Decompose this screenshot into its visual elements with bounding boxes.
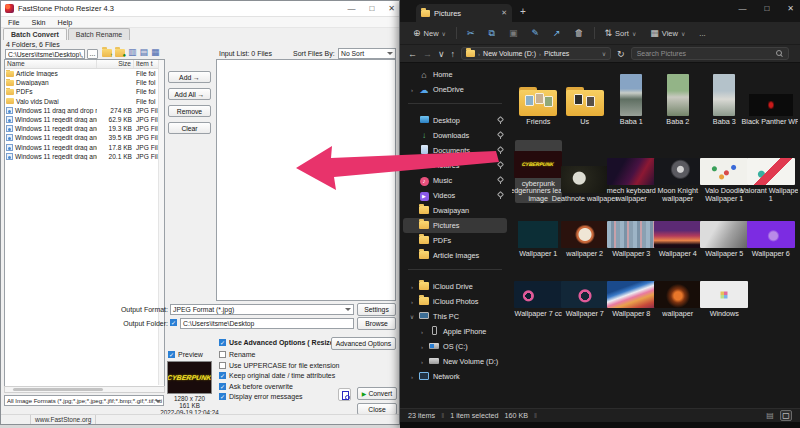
sidebar-item-dwaipayan[interactable]: Dwaipayan [403, 203, 507, 218]
share-button[interactable]: ↗ [546, 25, 568, 41]
menu-help[interactable]: Help [58, 18, 73, 27]
minimize-icon[interactable]: — [347, 4, 355, 13]
sidebar-item-home[interactable]: ⌂Home [403, 67, 507, 82]
tab-batch-rename[interactable]: Batch Rename [68, 28, 130, 40]
close-icon[interactable]: ✕ [388, 4, 395, 13]
settings-button[interactable]: Settings [357, 303, 396, 316]
advanced-options-checkbox[interactable]: ✓ [219, 339, 226, 346]
sidebar-item-documents[interactable]: Documents [403, 143, 507, 158]
sort-files-dropdown[interactable]: No Sort [338, 48, 396, 59]
new-tab-button[interactable]: + [520, 7, 526, 17]
output-folder-checkbox[interactable]: ✓ [170, 319, 177, 326]
option-rename[interactable]: Rename [219, 351, 340, 358]
checkbox[interactable] [219, 362, 226, 369]
close-icon[interactable]: ✕ [787, 4, 794, 13]
chevron-down-icon[interactable]: ∨ [409, 313, 415, 320]
minimize-icon[interactable]: — [738, 4, 746, 13]
tab-close-icon[interactable]: ✕ [501, 9, 507, 17]
folder-up-icon[interactable]: ↑ [102, 49, 112, 57]
sidebar-item-onedrive[interactable]: ›☁OneDrive [403, 82, 507, 97]
grid-item-baba-2[interactable]: Baba 2 [655, 64, 702, 126]
breadcrumb-folder[interactable]: Pictures [544, 50, 569, 57]
chevron-right-icon[interactable]: › [419, 344, 425, 350]
large-icons-view-toggle-icon[interactable]: ▢ [780, 410, 792, 421]
preview-checkbox[interactable]: ✓ [168, 351, 175, 358]
sort-button[interactable]: ⇅ Sort∨ [598, 25, 644, 41]
checkbox[interactable]: ✓ [219, 383, 226, 390]
sidebar-item-pictures[interactable]: Pictures [403, 218, 507, 233]
sidebar-item-music[interactable]: ♪Music [403, 173, 507, 188]
breadcrumb-drive[interactable]: New Volume (D:) [483, 50, 536, 57]
option-use-uppercase-for-file-extension[interactable]: Use UPPERCASE for file extension [219, 362, 340, 369]
history-chevron-icon[interactable]: ∨ [438, 49, 445, 59]
sidebar-item-network[interactable]: ›Network [403, 369, 507, 384]
file-row[interactable]: Windows 11 regedit drag and drop no...20… [5, 152, 164, 161]
maximize-icon[interactable]: □ [764, 4, 769, 13]
back-icon[interactable]: ← [408, 49, 417, 59]
file-list-vscrollbar[interactable] [158, 60, 164, 385]
sidebar-item-icloud-drive[interactable]: ›iCloud Drive [403, 279, 507, 294]
delete-button[interactable]: 🗑 [568, 25, 591, 41]
tab-batch-convert[interactable]: Batch Convert [3, 28, 67, 40]
add-button[interactable]: Add → [168, 71, 211, 83]
path-browse-button[interactable]: ... [87, 49, 98, 59]
new-button[interactable]: ⊕ New∨ [406, 25, 453, 41]
sidebar-item-pictures[interactable]: Pictures [403, 158, 507, 173]
sidebar-item-videos[interactable]: ▶Videos [403, 188, 507, 203]
thumbnail-view-icon[interactable]: ▦ [151, 48, 160, 57]
checkbox[interactable]: ✓ [219, 393, 226, 400]
option-keep-original-date-time-attributes[interactable]: ✓Keep original date / time attributes [219, 372, 340, 379]
add-all-button[interactable]: Add All → [168, 88, 211, 100]
sidebar-item-article-images[interactable]: Article Images [403, 248, 507, 263]
up-icon[interactable]: ↑ [451, 49, 456, 59]
option-display-error-messages[interactable]: ✓Display error messages [219, 393, 340, 400]
copy-button[interactable]: ⧉ [482, 25, 502, 41]
file-row[interactable]: Windows 11 regedit drag and drop no...17… [5, 143, 164, 152]
chevron-right-icon[interactable]: › [409, 284, 415, 290]
sidebar-item-new-volume-d[interactable]: ›New Volume (D:) [403, 354, 507, 369]
chevron-right-icon[interactable]: › [419, 329, 425, 335]
file-row[interactable]: Windows 11 regedit drag and drop no...19… [5, 124, 164, 133]
list-view-icon[interactable]: ▤ [140, 48, 149, 57]
checkbox[interactable] [219, 351, 226, 358]
address-bar[interactable]: › New Volume (D:) › Pictures ∨ [461, 47, 611, 60]
output-format-dropdown[interactable]: JPEG Format (*.jpg) [170, 304, 354, 315]
status-link[interactable]: www.FastStone.org [31, 415, 96, 424]
sidebar-item-apple-iphone[interactable]: ›Apple iPhone [403, 324, 507, 339]
rename-button[interactable]: ✎ [524, 25, 546, 41]
sidebar-item-icloud-photos[interactable]: ›iCloud Photos [403, 294, 507, 309]
file-row[interactable]: Valo vids DwaiFile fol [5, 97, 164, 106]
file-list-hscrollbar[interactable] [4, 386, 165, 393]
browse-button[interactable]: Browse [357, 317, 396, 330]
grid-item-windows[interactable]: Windows [701, 262, 748, 318]
view-button[interactable]: ▦ View∨ [643, 25, 692, 41]
sidebar-item-this-pc[interactable]: ∨This PC [403, 309, 507, 324]
output-folder-input[interactable]: C:\Users\itsme\Desktop [180, 318, 354, 329]
sidebar-item-downloads[interactable]: ↓Downloads [403, 128, 507, 143]
details-view-toggle-icon[interactable]: ▤ [764, 410, 776, 421]
sidebar-item-pdfs[interactable]: PDFs [403, 233, 507, 248]
chevron-right-icon[interactable]: › [409, 299, 415, 305]
grid-item-wallpaper-6[interactable]: Wallpaper 6 [748, 206, 795, 258]
grid-item-valorant-wallpaper-1[interactable]: Valorant Wallpaper 1 [748, 140, 795, 203]
clear-button[interactable]: Clear [168, 122, 211, 134]
file-row[interactable]: Windows 11 drag and drop not workin...27… [5, 106, 164, 115]
chevron-right-icon[interactable]: › [409, 87, 415, 93]
file-row[interactable]: PDFsFile fol [5, 87, 164, 96]
checkbox[interactable]: ✓ [219, 372, 226, 379]
remove-button[interactable]: Remove [168, 105, 211, 117]
file-row[interactable]: DwaipayanFile fol [5, 78, 164, 87]
advanced-options-button[interactable]: Advanced Options [331, 337, 396, 350]
source-file-list[interactable]: Name Size Item t Article ImagesFile folD… [4, 59, 165, 393]
preview-report-button[interactable] [338, 388, 351, 401]
forward-icon[interactable]: → [423, 49, 432, 59]
file-list-header[interactable]: Name Size Item t [5, 60, 164, 69]
sidebar-item-os-c[interactable]: ›OS (C:) [403, 339, 507, 354]
folder-favorites-icon[interactable]: ● [115, 49, 125, 57]
grid-item-us[interactable]: Us [562, 64, 609, 126]
preview-checkbox-row[interactable]: ✓ Preview [168, 351, 203, 358]
cut-button[interactable]: ✂ [460, 25, 482, 41]
search-input[interactable]: Search Pictures [631, 47, 789, 60]
menu-skin[interactable]: Skin [32, 18, 46, 27]
grid-item-friends[interactable]: Friends [515, 64, 562, 126]
